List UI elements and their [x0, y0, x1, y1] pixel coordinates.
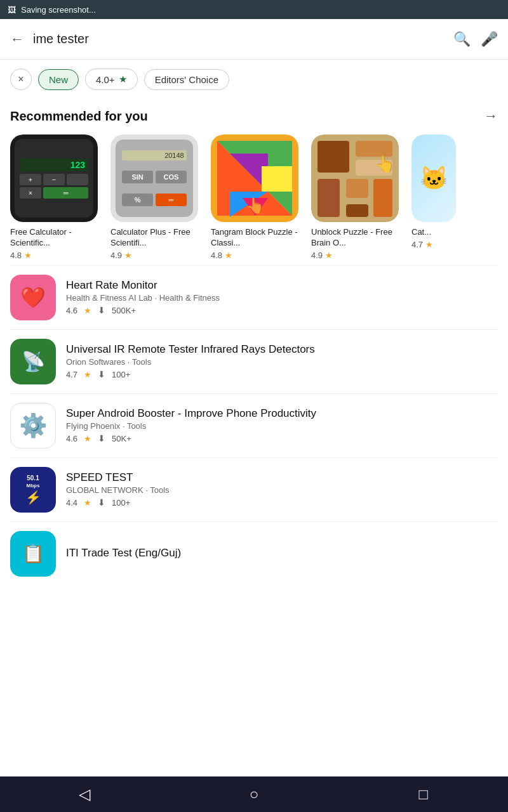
- app-name: Universal IR Remote Tester Infrared Rays…: [66, 343, 498, 356]
- app-info: Universal IR Remote Tester Infrared Rays…: [66, 343, 498, 379]
- app-icon-iti: 📋: [10, 531, 56, 577]
- star-icon: ★: [124, 251, 132, 260]
- app-name: SPEED TEST: [66, 471, 498, 484]
- app-meta: 4.7 ★ ⬇ 100+: [66, 369, 498, 379]
- app-info: Heart Rate Monitor Health & Fitness AI L…: [66, 279, 498, 315]
- editors-choice-filter-chip[interactable]: Editors' Choice: [144, 69, 229, 90]
- app-name: Super Android Booster - Improve Phone Pr…: [66, 407, 498, 420]
- search-bar: ← ime tester 🔍 🎤: [0, 19, 508, 60]
- app-rating: 4.9: [311, 251, 323, 260]
- app-name: ITI Trade Test (Eng/Guj): [66, 547, 498, 560]
- screenshot-icon: 🖼: [8, 5, 16, 15]
- app-installs: 100+: [112, 370, 130, 379]
- app-rating: 4.6: [66, 434, 77, 443]
- mic-icon[interactable]: 🎤: [481, 31, 498, 48]
- star-icon: ★: [84, 306, 91, 315]
- app-icon-speed-test: 50.1Mbps ⚡: [10, 467, 56, 513]
- bottom-nav: ◁ ○ □: [0, 776, 508, 812]
- home-nav-button[interactable]: ○: [238, 785, 270, 803]
- svg-text:👆: 👆: [246, 196, 265, 214]
- svg-marker-5: [262, 166, 292, 192]
- app-meta: 4.6 ★ ⬇ 500K+: [66, 305, 498, 315]
- list-item[interactable]: 📋 ITI Trade Test (Eng/Guj): [0, 522, 508, 586]
- list-item[interactable]: 📡 Universal IR Remote Tester Infrared Ra…: [0, 330, 508, 393]
- star-icon: ★: [425, 240, 433, 249]
- download-icon: ⬇: [98, 497, 105, 508]
- list-item[interactable]: 20148 SINCOS %═ Calculator Plus - Free S…: [110, 134, 206, 260]
- svg-rect-12: [318, 179, 340, 217]
- list-item[interactable]: 🐱 Cat... 4.7 ★: [411, 134, 462, 260]
- star-icon: ★: [119, 74, 127, 85]
- app-meta: 4.6 ★ ⬇ 50K+: [66, 433, 498, 443]
- svg-rect-15: [373, 179, 392, 217]
- app-name: Tangram Block Puzzle - Classi...: [211, 227, 298, 249]
- svg-text:👆: 👆: [375, 154, 396, 174]
- download-icon: ⬇: [98, 433, 105, 443]
- list-item[interactable]: ⚙️ Super Android Booster - Improve Phone…: [0, 394, 508, 457]
- app-installs: 50K+: [112, 434, 131, 443]
- recents-nav-button[interactable]: □: [408, 785, 439, 803]
- app-name: Cat...: [411, 227, 431, 238]
- app-rating: 4.8: [10, 251, 22, 260]
- back-button[interactable]: ←: [10, 31, 24, 48]
- section-title: Recommended for you: [10, 109, 148, 124]
- download-icon: ⬇: [98, 305, 105, 315]
- app-name: Calculator Plus - Free Scientifi...: [110, 227, 198, 249]
- star-icon: ★: [325, 251, 333, 260]
- filter-row: × New 4.0+ ★ Editors' Choice: [0, 60, 508, 99]
- app-icon-calculator: 123 +− ×═: [10, 134, 98, 222]
- app-icon-heart-rate: ❤️: [10, 275, 56, 320]
- star-icon: ★: [84, 370, 91, 379]
- app-name: Heart Rate Monitor: [66, 279, 498, 292]
- back-nav-button[interactable]: ◁: [69, 785, 100, 803]
- speed-label: 50.1Mbps: [27, 475, 40, 488]
- app-meta: 4.4 ★ ⬇ 100+: [66, 497, 498, 508]
- search-icon[interactable]: 🔍: [453, 31, 471, 48]
- section-arrow-button[interactable]: →: [484, 108, 498, 124]
- rating-filter-label: 4.0+: [96, 74, 115, 85]
- app-rating: 4.8: [211, 251, 222, 260]
- app-icon-tangram: 👆: [211, 134, 298, 222]
- speedometer-icon: ⚡: [25, 490, 41, 505]
- list-item[interactable]: ❤️ Heart Rate Monitor Health & Fitness A…: [0, 266, 508, 329]
- app-rating: 4.7: [66, 370, 77, 379]
- app-developer: Health & Fitness AI Lab · Health & Fitne…: [66, 293, 498, 303]
- star-icon: ★: [84, 498, 91, 508]
- heart-icon: ❤️: [20, 285, 46, 310]
- status-bar: 🖼 Saving screenshot...: [0, 0, 508, 19]
- list-item[interactable]: 50.1Mbps ⚡ SPEED TEST GLOBAL NETWORK · T…: [0, 458, 508, 521]
- new-filter-chip[interactable]: New: [38, 69, 79, 90]
- app-icon-cat: 🐱: [411, 134, 456, 222]
- app-icon-unblock: 👆: [311, 134, 399, 222]
- app-developer: Orion Softwares · Tools: [66, 357, 498, 367]
- app-developer: GLOBAL NETWORK · Tools: [66, 485, 498, 495]
- app-icon-booster: ⚙️: [10, 403, 56, 449]
- recommended-apps-scroll: 123 +− ×═ Free Calculator - Scientific..…: [0, 129, 508, 265]
- app-info: ITI Trade Test (Eng/Guj): [66, 547, 498, 561]
- app-installs: 500K+: [112, 306, 136, 315]
- app-name: Free Calculator - Scientific...: [10, 227, 98, 249]
- star-icon: ★: [24, 251, 32, 260]
- list-item[interactable]: 👆 Unblock Puzzle - Free Brain O... 4.9 ★: [311, 134, 406, 260]
- star-icon: ★: [225, 251, 232, 260]
- list-item[interactable]: 👆 Tangram Block Puzzle - Classi... 4.8 ★: [211, 134, 306, 260]
- app-rating: 4.6: [66, 306, 77, 315]
- svg-rect-9: [318, 141, 349, 173]
- list-item[interactable]: 123 +− ×═ Free Calculator - Scientific..…: [10, 134, 105, 260]
- svg-rect-13: [346, 179, 368, 198]
- app-developer: Flying Phoenix · Tools: [66, 421, 498, 431]
- app-name: Unblock Puzzle - Free Brain O...: [311, 227, 399, 249]
- app-installs: 100+: [112, 498, 130, 508]
- app-info: Super Android Booster - Improve Phone Pr…: [66, 407, 498, 443]
- clear-filter-button[interactable]: ×: [10, 69, 32, 90]
- app-rating: 4.7: [411, 240, 423, 249]
- app-rating: 4.4: [66, 498, 77, 508]
- status-message: Saving screenshot...: [21, 5, 96, 15]
- star-icon: ★: [84, 434, 91, 443]
- search-query[interactable]: ime tester: [33, 32, 443, 46]
- app-icon-calc-plus: 20148 SINCOS %═: [110, 134, 198, 222]
- app-rating: 4.9: [110, 251, 122, 260]
- svg-rect-14: [346, 204, 368, 217]
- download-icon: ⬇: [98, 369, 105, 379]
- rating-filter-chip[interactable]: 4.0+ ★: [85, 69, 138, 90]
